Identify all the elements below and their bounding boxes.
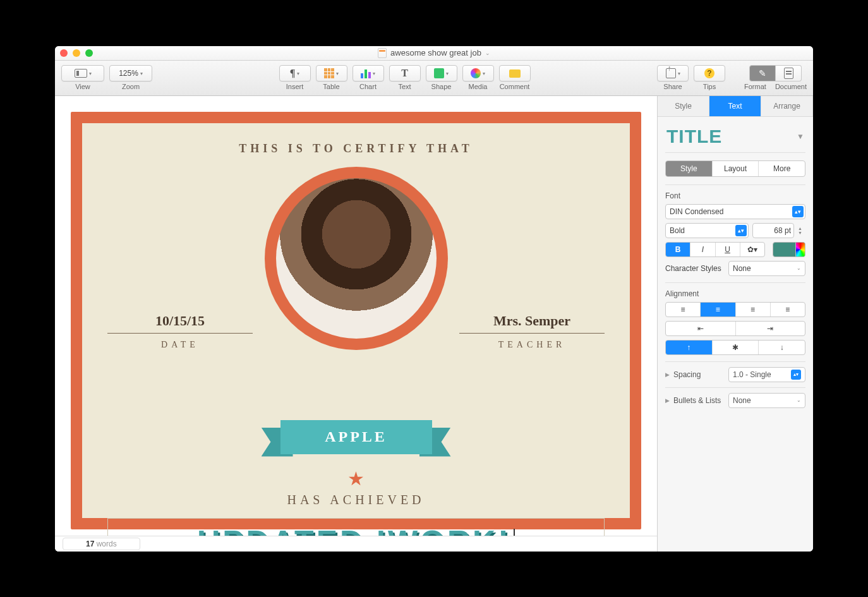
character-styles-select[interactable]: None ⌄ <box>728 261 805 276</box>
chevron-down-icon: ▾ <box>373 71 375 76</box>
alignment-section-label: Alignment <box>665 289 805 298</box>
word-count-label: words <box>94 540 116 548</box>
pages-doc-icon <box>378 48 387 58</box>
document-button[interactable] <box>776 65 802 81</box>
bullets-value: None <box>733 396 751 405</box>
format-label: Format <box>744 83 766 90</box>
indent-button[interactable]: ⇥ <box>735 322 805 335</box>
tab-style[interactable]: Style <box>658 96 709 116</box>
align-left-button[interactable]: ≡ <box>666 303 700 317</box>
horizontal-align-row: ≡ ≡ ≡ ≡ <box>665 302 805 317</box>
chevron-down-icon: ▾ <box>140 71 143 76</box>
character-styles-value: None <box>733 264 751 273</box>
align-right-button[interactable]: ≡ <box>735 303 770 317</box>
text-label: Text <box>398 83 411 90</box>
view-icon <box>75 69 87 78</box>
textbox-button[interactable]: T <box>389 65 421 81</box>
word-count-pill[interactable]: 17 words <box>63 538 140 550</box>
font-size-value: 68 pt <box>774 226 791 235</box>
date-value: 10/15/15 <box>107 313 253 329</box>
spacing-select[interactable]: 1.0 - Single ▴▾ <box>728 367 805 382</box>
bold-button[interactable]: B <box>666 243 690 256</box>
bullets-row[interactable]: ▶ Bullets & Lists None ⌄ <box>658 388 813 413</box>
font-section-label: Font <box>665 191 805 200</box>
chart-label: Chart <box>359 83 377 90</box>
align-justify-button[interactable]: ≡ <box>770 303 805 317</box>
titlebar: awesome show great job ⌄ <box>55 46 813 61</box>
star-icon: ★ <box>347 467 365 490</box>
insert-button[interactable]: ¶▾ <box>279 65 311 81</box>
media-icon <box>471 68 481 78</box>
word-count-number: 17 <box>86 540 94 548</box>
select-stepper-icon: ▴▾ <box>735 225 747 236</box>
comment-button[interactable] <box>499 65 531 81</box>
table-label: Table <box>323 83 339 90</box>
bullets-label: Bullets & Lists <box>673 396 725 405</box>
format-inspector: Style Text Arrange TITLE ▼ Style Layout … <box>657 96 813 552</box>
valign-top-icon: ↑ <box>687 343 690 352</box>
chevron-down-icon: ▾ <box>483 71 485 76</box>
outdent-button[interactable]: ⇤ <box>666 322 735 335</box>
comment-label: Comment <box>500 83 530 90</box>
zoom-select[interactable]: 125%▾ <box>109 65 152 81</box>
ribbon-label: APPLE <box>280 420 432 454</box>
valign-bottom-button[interactable]: ↓ <box>758 341 805 354</box>
subtab-more[interactable]: More <box>758 161 805 176</box>
paragraph-style-picker[interactable]: TITLE ▼ <box>658 117 813 152</box>
table-button[interactable]: ▾ <box>316 65 347 81</box>
italic-button[interactable]: I <box>690 243 714 256</box>
font-weight-select[interactable]: Bold ▴▾ <box>665 223 749 238</box>
document-canvas[interactable]: THIS IS TO CERTIFY THAT 10/15/15 DATE <box>55 96 657 552</box>
tips-label: Tips <box>703 83 716 90</box>
font-advanced-button[interactable]: ✿▾ <box>740 243 764 256</box>
valign-middle-button[interactable]: ✱ <box>712 341 759 354</box>
align-justify-icon: ≡ <box>785 305 790 314</box>
chevron-down-icon: ▾ <box>297 71 299 76</box>
tab-text[interactable]: Text <box>709 96 761 116</box>
disclosure-triangle-icon: ▶ <box>665 397 670 404</box>
teacher-block: Mrs. Semper TEACHER <box>459 313 605 350</box>
shape-label: Shape <box>431 83 452 90</box>
shape-button[interactable]: ▾ <box>426 65 457 81</box>
chevron-down-icon: ▾ <box>446 71 449 76</box>
zoom-value: 125% <box>119 69 138 78</box>
font-family-select[interactable]: DIN Condensed ▴▾ <box>665 204 805 219</box>
divider <box>107 333 253 334</box>
align-right-icon: ≡ <box>750 305 755 314</box>
valign-middle-icon: ✱ <box>732 343 738 352</box>
view-button[interactable]: ▾ <box>61 65 104 81</box>
zoom-label: Zoom <box>122 83 140 90</box>
format-document-segmented: ✎ <box>749 65 802 81</box>
character-styles-label: Character Styles <box>665 264 721 273</box>
certificate-page: THIS IS TO CERTIFY THAT 10/15/15 DATE <box>71 112 641 529</box>
spacing-row[interactable]: ▶ Spacing 1.0 - Single ▴▾ <box>658 362 813 387</box>
date-label: DATE <box>107 340 253 350</box>
font-size-field[interactable]: 68 pt <box>752 223 794 238</box>
chart-button[interactable]: ▾ <box>353 65 384 81</box>
insert-label: Insert <box>286 83 304 90</box>
spacing-label: Spacing <box>673 370 725 379</box>
tips-icon: ? <box>704 68 714 78</box>
spacing-value: 1.0 - Single <box>733 370 771 379</box>
subtab-layout[interactable]: Layout <box>712 161 759 176</box>
tab-arrange[interactable]: Arrange <box>761 96 813 116</box>
font-style-row: B I U ✿▾ <box>665 242 765 257</box>
student-photo <box>276 178 437 339</box>
bullets-select[interactable]: None ⌄ <box>728 393 805 408</box>
align-center-button[interactable]: ≡ <box>700 303 735 317</box>
photo-badge <box>265 167 448 350</box>
underline-button[interactable]: U <box>715 243 740 256</box>
text-subtabs: Style Layout More <box>665 160 805 177</box>
subtab-style[interactable]: Style <box>666 161 712 176</box>
tips-button[interactable]: ? <box>694 65 725 81</box>
font-size-stepper[interactable]: ▲▼ <box>798 226 805 235</box>
share-button[interactable]: ▾ <box>657 65 689 81</box>
document-title[interactable]: awesome show great job ⌄ <box>55 48 813 58</box>
date-block: 10/15/15 DATE <box>107 313 253 350</box>
format-button[interactable]: ✎ <box>749 65 776 81</box>
media-button[interactable]: ▾ <box>462 65 494 81</box>
font-weight-value: Bold <box>670 226 685 235</box>
text-color-swatch[interactable] <box>773 242 805 257</box>
chevron-down-icon: ⌄ <box>797 265 801 271</box>
valign-top-button[interactable]: ↑ <box>666 341 712 354</box>
